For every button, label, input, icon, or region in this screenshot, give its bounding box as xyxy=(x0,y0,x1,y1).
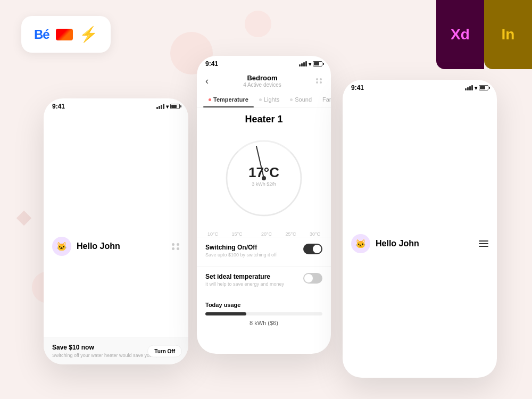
control-ideal: Set ideal temperature It will help to sa… xyxy=(197,266,331,295)
bottom-banner-left: Save $10 now Switching off your water he… xyxy=(44,337,188,364)
brand-icons-area: Bé ⚡ xyxy=(21,16,111,53)
wifi-icon-left: ▾ xyxy=(166,104,169,110)
signal-icon-right xyxy=(465,85,473,90)
ideal-desc: It will help to save energy and money xyxy=(205,281,284,287)
tab-temperature[interactable]: Temperature xyxy=(203,92,254,107)
logo-xd: Xd xyxy=(436,0,484,69)
logos-area: Xd In xyxy=(436,0,532,69)
status-icons-mid: ▾ xyxy=(299,61,322,67)
greeting-left: Hello John xyxy=(77,242,120,251)
battery-icon-mid xyxy=(313,61,322,66)
usage-bar-fill xyxy=(205,312,246,315)
phone-left: 9:41 ▾ 🐱 Hello John ⚡ Energy Consumption… xyxy=(44,98,188,364)
nav-title-mid: Bedroom 4 Active devices xyxy=(243,74,281,88)
tab-bar-mid: Temperature Lights Sound Fan xyxy=(197,92,331,107)
wifi-icon-right: ▾ xyxy=(475,85,477,91)
phone-right: 9:41 ▾ 🐱 Hello John ⚡ Energy Consump xyxy=(343,80,497,378)
bg-decor-7 xyxy=(16,211,31,226)
ideal-title: Set ideal temperature xyxy=(205,273,284,280)
greeting-right: Hello John xyxy=(376,239,419,248)
switching-desc: Save upto $100 by switching it off xyxy=(205,252,277,257)
status-bar-mid: 9:41 ▾ xyxy=(197,56,331,70)
battery-icon-left xyxy=(170,104,180,109)
banner-btn-left[interactable]: Turn Off xyxy=(147,345,182,357)
usage-value: 8 kWh ($6) xyxy=(205,320,322,326)
status-bar-right: 9:41 ▾ xyxy=(343,80,497,94)
header-left: 🐱 Hello John xyxy=(44,112,188,364)
back-arrow-mid[interactable]: ‹ xyxy=(205,76,209,87)
phone-mid: 9:41 ▾ ‹ Bedroom 4 Active devices Tempe xyxy=(197,56,331,354)
status-icons-left: ▾ xyxy=(156,104,180,110)
svg-text:3 kWh $2/h: 3 kWh $2/h xyxy=(252,181,276,187)
status-time-right: 9:41 xyxy=(351,84,364,92)
signal-icon-mid xyxy=(299,61,307,66)
top-nav-mid: ‹ Bedroom 4 Active devices xyxy=(197,70,331,92)
avatar-right: 🐱 xyxy=(351,234,370,253)
brand-be-icon: Bé xyxy=(34,27,49,42)
battery-icon-right xyxy=(479,85,488,90)
grid-dots-mid[interactable] xyxy=(316,78,322,84)
usage-bar-container xyxy=(205,312,322,315)
status-bar-left: 9:41 ▾ xyxy=(44,98,188,112)
control-switching: Switching On/Off Save upto $100 by switc… xyxy=(197,237,331,266)
heater-title: Heater 1 xyxy=(197,107,331,125)
tab-lights[interactable]: Lights xyxy=(254,92,285,107)
dial-container[interactable]: 17°C 3 kWh $2/h xyxy=(216,130,312,226)
tab-sound-dot xyxy=(290,98,293,101)
tab-sound[interactable]: Sound xyxy=(285,92,317,107)
tab-fan[interactable]: Fan xyxy=(317,92,331,107)
hamburger-right[interactable] xyxy=(479,240,488,247)
nav-title-main: Bedroom xyxy=(243,74,281,82)
header-right: 🐱 Hello John xyxy=(343,94,497,378)
tab-lights-dot xyxy=(259,98,262,101)
svg-point-5 xyxy=(262,176,266,180)
toggle-ideal[interactable] xyxy=(303,273,322,284)
dial-svg: 17°C 3 kWh $2/h xyxy=(216,130,312,226)
wifi-icon-mid: ▾ xyxy=(309,61,311,67)
dots-grid-left[interactable] xyxy=(172,243,180,250)
bg-decor-2 xyxy=(245,11,271,37)
brand-cc-icon xyxy=(56,29,73,40)
usage-label: Today usage xyxy=(205,302,322,308)
toggle-switching[interactable] xyxy=(303,244,322,254)
brand-bolt-icon: ⚡ xyxy=(79,26,98,43)
status-icons-right: ▾ xyxy=(465,85,488,91)
usage-section: Today usage 8 kWh ($6) xyxy=(197,295,331,326)
status-time-left: 9:41 xyxy=(52,103,65,110)
logo-in: In xyxy=(484,0,532,69)
temp-labels: 10°C 15°C 20°C 25°C 30°C xyxy=(197,231,331,237)
tab-temp-dot xyxy=(209,98,211,101)
nav-subtitle-mid: 4 Active devices xyxy=(243,82,281,88)
status-time-mid: 9:41 xyxy=(205,60,218,68)
signal-icon-left xyxy=(156,104,164,109)
switching-title: Switching On/Off xyxy=(205,244,277,251)
avatar-left: 🐱 xyxy=(52,237,71,256)
